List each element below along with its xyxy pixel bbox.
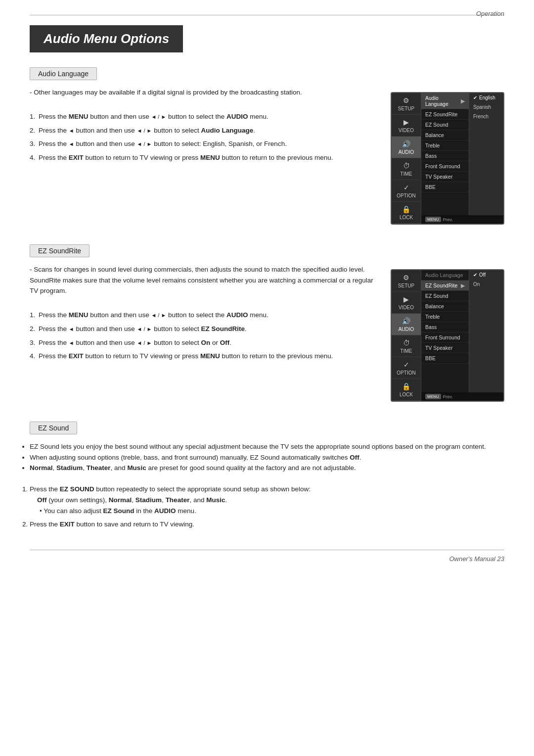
menu1-row-audiolang: Audio Language ▶ (421, 93, 469, 109)
section1-steps: Press the MENU button and then use ◄ / ►… (30, 111, 376, 163)
sidebar2-video: ▶ VIDEO (392, 292, 421, 314)
submenu1-french: French (469, 112, 503, 121)
tv-menu-2: ⚙ SETUP ▶ VIDEO 🔊 AUDIO ⏱ (391, 269, 504, 402)
menu1-bbe-label: BBE (425, 184, 465, 190)
section-header-ezsound: EZ Sound (30, 422, 77, 434)
sidebar-setup: ⚙ SETUP (392, 93, 421, 115)
menu1-ezsound-label: EZ Sound (425, 122, 465, 128)
section2-bullet-1: Scans for changes in sound level during … (30, 264, 376, 296)
menu1-frontsurround-label: Front Surround (425, 163, 465, 169)
section3-bullet-3: Normal, Stadium, Theater, and Music are … (30, 463, 504, 473)
section-header-ezsoundrite: EZ SoundRite (30, 244, 89, 257)
submenu2-on-label: On (473, 282, 480, 287)
tv-menu-1: ⚙ SETUP ▶ VIDEO 🔊 AUDIO ⏱ (391, 92, 504, 225)
section1-step-1: Press the MENU button and then use ◄ / ►… (30, 111, 376, 122)
tv-menu-2-footer: MENU Prev. (421, 392, 503, 401)
section3-bullets: EZ Sound lets you enjoy the best sound w… (30, 441, 504, 473)
video2-icon: ▶ (402, 295, 411, 304)
section2-step-3: Press the ◄ button and then use ◄ / ► bu… (30, 337, 376, 348)
sidebar-video: ▶ VIDEO (392, 115, 421, 137)
section2-bullets: Scans for changes in sound level during … (30, 264, 376, 296)
menu2-row-tvspeaker: TV Speaker (421, 343, 469, 353)
tv-menu-1-sidebar: ⚙ SETUP ▶ VIDEO 🔊 AUDIO ⏱ (392, 93, 421, 224)
tv-menu-2-submenu: ✔ Off On (469, 270, 503, 392)
menu2-balance-label: Balance (425, 303, 465, 309)
option-label: OPTION (397, 193, 415, 198)
menu1-menu-btn: MENU (425, 217, 441, 222)
operation-label: Operation (476, 10, 504, 17)
menu2-row-bbe: BBE (421, 353, 469, 364)
section3-steps: Press the EZ SOUND button repeatedly to … (30, 484, 504, 529)
menu1-audiolang-label: Audio Language (425, 95, 459, 107)
submenu1-english-label: English (479, 95, 495, 100)
menu1-prev-label: Prev. (443, 217, 453, 222)
menu1-row-ezsound: EZ Sound (421, 120, 469, 130)
menu2-row-treble: Treble (421, 312, 469, 322)
sidebar-lock: 🔒 LOCK (392, 202, 421, 224)
menu2-row-ezsoundrite: EZ SoundRite ▶ (421, 281, 469, 291)
submenu2-on: On (469, 280, 503, 289)
menu2-row-audiolang: Audio Language (421, 270, 469, 281)
sidebar-option: ✓ OPTION (392, 180, 421, 202)
menu1-bass-label: Bass (425, 153, 465, 159)
section2-step-2: Press the ◄ button and then use ◄ / ► bu… (30, 324, 376, 334)
section1-bullet-1: Other languages may be available if a di… (30, 87, 376, 98)
submenu1-english: ✔ English (469, 93, 503, 102)
section2-steps: Press the MENU button and then use ◄ / ►… (30, 310, 376, 361)
menu2-tvspeaker-label: TV Speaker (425, 345, 465, 351)
option2-icon: ✓ (402, 360, 411, 369)
sidebar2-audio: 🔊 AUDIO (392, 314, 421, 335)
menu1-row-bass: Bass (421, 151, 469, 161)
bottom-rule (30, 550, 504, 550)
lock-icon: 🔒 (402, 205, 411, 214)
lock2-icon: 🔒 (402, 382, 411, 391)
submenu1-spanish: Spanish (469, 102, 503, 112)
menu2-row-frontsurround: Front Surround (421, 332, 469, 343)
tv-menu-2-rows-area: Audio Language EZ SoundRite ▶ EZ Sound (421, 270, 503, 392)
menu1-ezsoundrite-label: EZ SoundRite (425, 111, 465, 117)
sidebar2-option: ✓ OPTION (392, 357, 421, 379)
tv-menu-2-rows: Audio Language EZ SoundRite ▶ EZ Sound (421, 270, 469, 392)
lock-label: LOCK (400, 215, 413, 220)
menu2-ezsoundrite-arrow: ▶ (461, 283, 465, 288)
menu2-bbe-label: BBE (425, 355, 465, 361)
menu2-audiolang-label: Audio Language (425, 272, 465, 278)
menu2-treble-label: Treble (425, 314, 465, 320)
menu2-prev-label: Prev. (443, 394, 453, 399)
menu1-treble-label: Treble (425, 142, 465, 148)
time2-label: TIME (400, 348, 412, 354)
section-header-audio-language: Audio Language (30, 67, 97, 80)
page-title: Audio Menu Options (30, 25, 183, 52)
section-audio-language: Audio Language Other languages may be av… (30, 67, 504, 225)
setup-label: SETUP (398, 106, 414, 111)
section3-step-1: Press the EZ SOUND button repeatedly to … (30, 484, 504, 516)
section1-text: Other languages may be available if a di… (30, 87, 376, 225)
audio-label: AUDIO (399, 149, 414, 155)
section3-bullet-2: When adjusting sound options (treble, ba… (30, 452, 504, 463)
menu1-audiolang-arrow: ▶ (461, 98, 465, 104)
menu1-tvspeaker-label: TV Speaker (425, 174, 465, 180)
menu1-row-treble: Treble (421, 141, 469, 151)
menu1-row-tvspeaker: TV Speaker (421, 172, 469, 182)
menu1-balance-label: Balance (425, 132, 465, 138)
audio2-label: AUDIO (399, 327, 414, 332)
submenu2-off-label: Off (479, 272, 486, 278)
setup2-icon: ⚙ (402, 273, 411, 282)
time-icon: ⏱ (402, 161, 411, 170)
sidebar2-lock: 🔒 LOCK (392, 379, 421, 401)
checkmark-off: ✔ (473, 272, 477, 278)
menu2-row-balance: Balance (421, 301, 469, 312)
sidebar-time: ⏱ TIME (392, 158, 421, 180)
audio-icon: 🔊 (402, 140, 411, 148)
section3-text: EZ Sound lets you enjoy the best sound w… (30, 441, 504, 530)
menu2-bass-label: Bass (425, 324, 465, 330)
audio2-icon: 🔊 (402, 317, 411, 326)
tv-menu-1-footer: MENU Prev. (421, 215, 503, 224)
lock2-label: LOCK (400, 392, 413, 397)
menu1-row-balance: Balance (421, 130, 469, 141)
menu2-row-ezsound: EZ Sound (421, 291, 469, 301)
section1-bullets: Other languages may be available if a di… (30, 87, 376, 98)
menu2-ezsound-label: EZ Sound (425, 293, 465, 299)
section1-step-4: Press the EXIT button to return to TV vi… (30, 152, 376, 163)
section2-step-1: Press the MENU button and then use ◄ / ►… (30, 310, 376, 321)
